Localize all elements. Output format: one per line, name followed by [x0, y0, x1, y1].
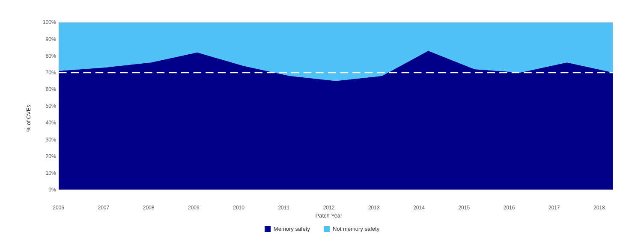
- x-axis-label: 2006: [36, 205, 81, 211]
- svg-text:60%: 60%: [45, 86, 56, 92]
- x-axis-label: 2009: [171, 205, 216, 211]
- x-axis-label: 2016: [486, 205, 531, 211]
- chart-svg: 0%10%20%30%40%50%60%70%80%90%100%: [36, 18, 622, 203]
- svg-text:100%: 100%: [43, 19, 56, 25]
- x-axis-label: 2010: [216, 205, 261, 211]
- legend-item-memory-safety: Memory safety: [265, 226, 310, 232]
- svg-text:0%: 0%: [48, 187, 56, 193]
- svg-text:10%: 10%: [45, 170, 56, 176]
- x-axis-label: 2007: [81, 205, 126, 211]
- svg-text:50%: 50%: [45, 103, 56, 109]
- svg-text:20%: 20%: [45, 153, 56, 159]
- x-axis-label: 2013: [352, 205, 397, 211]
- svg-text:70%: 70%: [45, 70, 56, 76]
- x-axis-label: 2008: [126, 205, 171, 211]
- x-axis-label: 2018: [577, 205, 622, 211]
- memory-safety-swatch: [265, 226, 271, 232]
- y-axis-label: % of CVEs: [22, 18, 34, 219]
- x-axis-label: 2017: [532, 205, 577, 211]
- memory-safety-label: Memory safety: [274, 226, 310, 232]
- svg-text:90%: 90%: [45, 36, 56, 42]
- x-axis-label: 2012: [306, 205, 351, 211]
- legend-item-not-memory-safety: Not memory safety: [324, 226, 379, 232]
- x-axis-label: 2014: [397, 205, 441, 211]
- chart-container: % of CVEs 0%10%20%30%40%50%60%70%80%90%1…: [0, 0, 644, 250]
- chart-inner: 0%10%20%30%40%50%60%70%80%90%100% 200620…: [36, 18, 622, 219]
- svg-text:80%: 80%: [45, 53, 56, 59]
- chart-wrap: % of CVEs 0%10%20%30%40%50%60%70%80%90%1…: [22, 18, 622, 219]
- not-memory-safety-swatch: [324, 226, 330, 232]
- x-axis-label: 2011: [261, 205, 306, 211]
- x-axis-title: Patch Year: [36, 212, 622, 219]
- x-axis-label: 2015: [441, 205, 486, 211]
- svg-text:40%: 40%: [45, 120, 56, 126]
- x-axis-labels: 2006200720082009201020112012201320142015…: [36, 203, 622, 211]
- not-memory-safety-label: Not memory safety: [333, 226, 379, 232]
- svg-text:30%: 30%: [45, 137, 56, 143]
- legend: Memory safety Not memory safety: [265, 226, 379, 232]
